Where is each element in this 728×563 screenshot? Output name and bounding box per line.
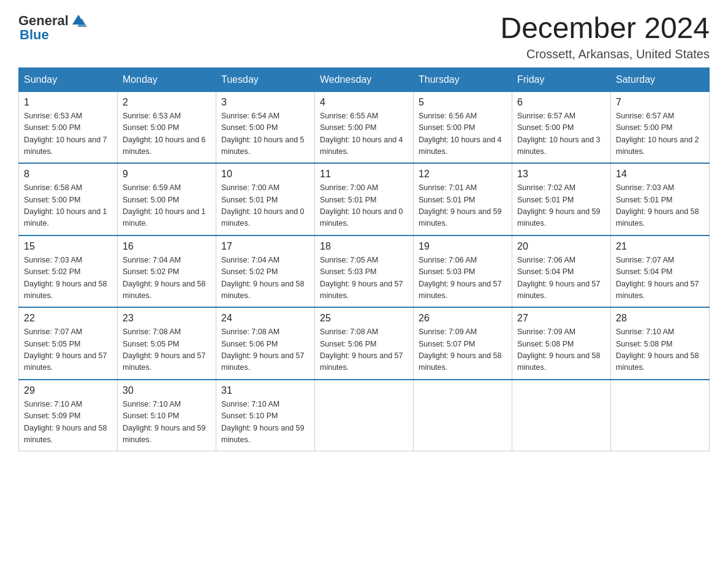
- calendar-week-row: 22 Sunrise: 7:07 AM Sunset: 5:05 PM Dayl…: [19, 307, 710, 380]
- day-number: 25: [320, 313, 408, 324]
- calendar-day-cell: 20 Sunrise: 7:06 AM Sunset: 5:04 PM Dayl…: [512, 236, 611, 308]
- day-number: 29: [24, 385, 112, 396]
- day-number: 19: [419, 241, 507, 252]
- day-number: 31: [221, 385, 309, 396]
- calendar-day-cell: 6 Sunrise: 6:57 AM Sunset: 5:00 PM Dayli…: [512, 91, 611, 163]
- calendar-day-cell: 29 Sunrise: 7:10 AM Sunset: 5:09 PM Dayl…: [19, 380, 118, 451]
- calendar-day-cell: 12 Sunrise: 7:01 AM Sunset: 5:01 PM Dayl…: [414, 163, 512, 236]
- calendar-week-row: 1 Sunrise: 6:53 AM Sunset: 5:00 PM Dayli…: [19, 91, 710, 163]
- day-info: Sunrise: 7:04 AM Sunset: 5:02 PM Dayligh…: [123, 255, 211, 302]
- calendar-day-cell: 26 Sunrise: 7:09 AM Sunset: 5:07 PM Dayl…: [414, 307, 512, 380]
- day-number: 26: [419, 313, 507, 324]
- day-info: Sunrise: 7:00 AM Sunset: 5:01 PM Dayligh…: [320, 182, 408, 230]
- day-number: 8: [24, 169, 112, 180]
- day-number: 14: [616, 169, 704, 180]
- day-number: 30: [123, 385, 211, 396]
- day-info: Sunrise: 7:03 AM Sunset: 5:01 PM Dayligh…: [616, 182, 704, 230]
- day-number: 15: [24, 241, 112, 252]
- day-number: 9: [123, 169, 211, 180]
- logo-icon: [70, 12, 87, 29]
- calendar-week-row: 29 Sunrise: 7:10 AM Sunset: 5:09 PM Dayl…: [19, 380, 710, 451]
- calendar-day-cell: 4 Sunrise: 6:55 AM Sunset: 5:00 PM Dayli…: [315, 91, 414, 163]
- calendar-header-row: SundayMondayTuesdayWednesdayThursdayFrid…: [19, 67, 710, 91]
- calendar-day-cell: 1 Sunrise: 6:53 AM Sunset: 5:00 PM Dayli…: [19, 91, 118, 163]
- day-info: Sunrise: 7:10 AM Sunset: 5:10 PM Dayligh…: [123, 399, 211, 446]
- calendar-day-cell: 14 Sunrise: 7:03 AM Sunset: 5:01 PM Dayl…: [611, 163, 710, 236]
- day-info: Sunrise: 6:53 AM Sunset: 5:00 PM Dayligh…: [123, 110, 211, 158]
- day-number: 1: [24, 97, 112, 108]
- logo: General Blue: [18, 12, 87, 43]
- calendar-day-cell: 19 Sunrise: 7:06 AM Sunset: 5:03 PM Dayl…: [414, 236, 512, 308]
- day-number: 27: [517, 313, 605, 324]
- day-number: 12: [419, 169, 507, 180]
- calendar-day-cell: 21 Sunrise: 7:07 AM Sunset: 5:04 PM Dayl…: [611, 236, 710, 308]
- header-day-sunday: Sunday: [19, 67, 118, 91]
- calendar-day-cell: 25 Sunrise: 7:08 AM Sunset: 5:06 PM Dayl…: [315, 307, 414, 380]
- day-info: Sunrise: 7:10 AM Sunset: 5:10 PM Dayligh…: [221, 399, 309, 446]
- logo-blue-text: Blue: [20, 27, 49, 43]
- calendar-day-cell: 27 Sunrise: 7:09 AM Sunset: 5:08 PM Dayl…: [512, 307, 611, 380]
- day-info: Sunrise: 6:55 AM Sunset: 5:00 PM Dayligh…: [320, 110, 408, 158]
- day-number: 20: [517, 241, 605, 252]
- day-number: 24: [221, 313, 309, 324]
- day-info: Sunrise: 7:08 AM Sunset: 5:06 PM Dayligh…: [320, 326, 408, 374]
- calendar-day-cell: 30 Sunrise: 7:10 AM Sunset: 5:10 PM Dayl…: [118, 380, 216, 451]
- day-number: 16: [123, 241, 211, 252]
- day-info: Sunrise: 7:00 AM Sunset: 5:01 PM Dayligh…: [221, 182, 309, 230]
- day-info: Sunrise: 7:10 AM Sunset: 5:08 PM Dayligh…: [616, 326, 704, 374]
- day-info: Sunrise: 7:09 AM Sunset: 5:07 PM Dayligh…: [419, 326, 507, 374]
- calendar-day-cell: 8 Sunrise: 6:58 AM Sunset: 5:00 PM Dayli…: [19, 163, 118, 236]
- header-day-friday: Friday: [512, 67, 611, 91]
- page-header: General Blue December 2024 Crossett, Ark…: [18, 12, 710, 61]
- calendar-day-cell: 5 Sunrise: 6:56 AM Sunset: 5:00 PM Dayli…: [414, 91, 512, 163]
- day-number: 21: [616, 241, 704, 252]
- day-info: Sunrise: 7:07 AM Sunset: 5:04 PM Dayligh…: [616, 255, 704, 302]
- day-info: Sunrise: 7:08 AM Sunset: 5:06 PM Dayligh…: [221, 326, 309, 374]
- calendar-day-cell: 16 Sunrise: 7:04 AM Sunset: 5:02 PM Dayl…: [118, 236, 216, 308]
- day-info: Sunrise: 7:07 AM Sunset: 5:05 PM Dayligh…: [24, 326, 112, 374]
- day-info: Sunrise: 7:10 AM Sunset: 5:09 PM Dayligh…: [24, 399, 112, 446]
- calendar-week-row: 15 Sunrise: 7:03 AM Sunset: 5:02 PM Dayl…: [19, 236, 710, 308]
- header-day-thursday: Thursday: [414, 67, 512, 91]
- calendar-day-cell: 9 Sunrise: 6:59 AM Sunset: 5:00 PM Dayli…: [118, 163, 216, 236]
- calendar-day-cell: 2 Sunrise: 6:53 AM Sunset: 5:00 PM Dayli…: [118, 91, 216, 163]
- calendar-day-cell: 23 Sunrise: 7:08 AM Sunset: 5:05 PM Dayl…: [118, 307, 216, 380]
- day-number: 2: [123, 97, 211, 108]
- calendar-week-row: 8 Sunrise: 6:58 AM Sunset: 5:00 PM Dayli…: [19, 163, 710, 236]
- day-info: Sunrise: 7:09 AM Sunset: 5:08 PM Dayligh…: [517, 326, 605, 374]
- day-number: 23: [123, 313, 211, 324]
- day-number: 4: [320, 97, 408, 108]
- empty-day-cell: [611, 380, 710, 451]
- day-info: Sunrise: 7:05 AM Sunset: 5:03 PM Dayligh…: [320, 255, 408, 302]
- day-number: 10: [221, 169, 309, 180]
- calendar-table: SundayMondayTuesdayWednesdayThursdayFrid…: [18, 67, 710, 452]
- empty-day-cell: [414, 380, 512, 451]
- empty-day-cell: [512, 380, 611, 451]
- day-info: Sunrise: 7:03 AM Sunset: 5:02 PM Dayligh…: [24, 255, 112, 302]
- day-number: 13: [517, 169, 605, 180]
- day-number: 22: [24, 313, 112, 324]
- day-info: Sunrise: 6:59 AM Sunset: 5:00 PM Dayligh…: [123, 182, 211, 230]
- day-info: Sunrise: 7:06 AM Sunset: 5:04 PM Dayligh…: [517, 255, 605, 302]
- day-number: 28: [616, 313, 704, 324]
- day-number: 18: [320, 241, 408, 252]
- day-info: Sunrise: 6:54 AM Sunset: 5:00 PM Dayligh…: [221, 110, 309, 158]
- calendar-day-cell: 18 Sunrise: 7:05 AM Sunset: 5:03 PM Dayl…: [315, 236, 414, 308]
- calendar-day-cell: 17 Sunrise: 7:04 AM Sunset: 5:02 PM Dayl…: [216, 236, 315, 308]
- day-info: Sunrise: 7:02 AM Sunset: 5:01 PM Dayligh…: [517, 182, 605, 230]
- header-day-monday: Monday: [118, 67, 216, 91]
- day-number: 17: [221, 241, 309, 252]
- calendar-day-cell: 3 Sunrise: 6:54 AM Sunset: 5:00 PM Dayli…: [216, 91, 315, 163]
- day-info: Sunrise: 6:58 AM Sunset: 5:00 PM Dayligh…: [24, 182, 112, 230]
- location-subtitle: Crossett, Arkansas, United States: [500, 47, 710, 61]
- day-info: Sunrise: 6:57 AM Sunset: 5:00 PM Dayligh…: [616, 110, 704, 158]
- header-day-tuesday: Tuesday: [216, 67, 315, 91]
- day-info: Sunrise: 6:56 AM Sunset: 5:00 PM Dayligh…: [419, 110, 507, 158]
- title-section: December 2024 Crossett, Arkansas, United…: [500, 12, 710, 61]
- day-info: Sunrise: 6:57 AM Sunset: 5:00 PM Dayligh…: [517, 110, 605, 158]
- calendar-day-cell: 22 Sunrise: 7:07 AM Sunset: 5:05 PM Dayl…: [19, 307, 118, 380]
- day-number: 3: [221, 97, 309, 108]
- calendar-day-cell: 10 Sunrise: 7:00 AM Sunset: 5:01 PM Dayl…: [216, 163, 315, 236]
- calendar-day-cell: 31 Sunrise: 7:10 AM Sunset: 5:10 PM Dayl…: [216, 380, 315, 451]
- calendar-day-cell: 24 Sunrise: 7:08 AM Sunset: 5:06 PM Dayl…: [216, 307, 315, 380]
